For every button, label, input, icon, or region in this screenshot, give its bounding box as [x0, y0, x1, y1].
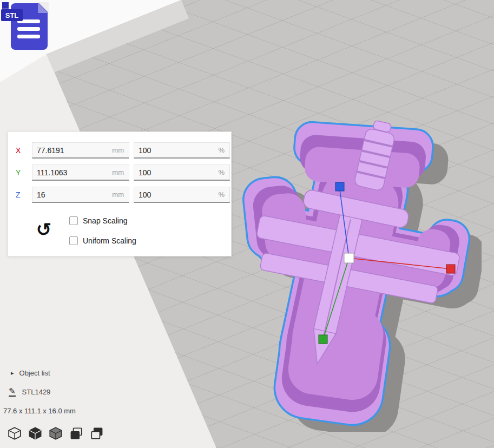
- scale-row-x: X mm %: [16, 142, 223, 159]
- object-name-label: STL1429: [22, 388, 51, 396]
- y-size-field[interactable]: mm: [32, 164, 129, 181]
- scale-row-z: Z mm %: [16, 187, 223, 203]
- x-percent-unit-label: %: [218, 146, 229, 154]
- stl-file-icon: STL: [1, 1, 51, 53]
- shaded-cube-icon[interactable]: [49, 426, 63, 440]
- y-size-input[interactable]: [32, 168, 112, 177]
- edit-icon: ✎: [9, 387, 16, 397]
- x-percent-input[interactable]: [134, 146, 218, 155]
- model-stl1429[interactable]: [233, 118, 482, 432]
- snap-scaling-checkbox[interactable]: [69, 216, 78, 225]
- file-line: [17, 27, 40, 31]
- uniform-scaling-row: Uniform Scaling: [69, 236, 136, 246]
- z-percent-field[interactable]: %: [134, 187, 230, 203]
- snap-scaling-row: Snap Scaling: [69, 216, 128, 226]
- y-percent-input[interactable]: [134, 168, 218, 177]
- copy-object-icon[interactable]: [90, 426, 104, 440]
- z-percent-unit-label: %: [218, 190, 229, 199]
- z-axis-label: Z: [16, 187, 25, 203]
- z-size-field[interactable]: mm: [32, 187, 129, 203]
- y-axis-label: Y: [16, 164, 25, 181]
- gizmo-center-handle[interactable]: [344, 253, 354, 263]
- scale-tool-panel: X mm % Y mm % Z mm % ↺: [8, 131, 232, 256]
- x-size-field[interactable]: mm: [32, 142, 129, 159]
- reset-scale-button[interactable]: ↺: [32, 218, 56, 241]
- x-size-input[interactable]: [32, 146, 112, 155]
- duplicate-object-icon[interactable]: [69, 426, 83, 440]
- file-corner-square: [2, 2, 9, 9]
- gizmo-green-handle[interactable]: [319, 335, 327, 344]
- object-list-label: Object list: [19, 369, 50, 377]
- x-axis-label: X: [16, 142, 25, 159]
- object-list-toggle[interactable]: ▸ Object list: [11, 369, 50, 377]
- x-percent-field[interactable]: %: [134, 142, 230, 159]
- z-mm-unit-label: mm: [112, 190, 129, 199]
- file-line: [17, 35, 40, 38]
- y-percent-field[interactable]: %: [134, 164, 230, 181]
- x-mm-unit-label: mm: [112, 146, 129, 154]
- gizmo-red-handle[interactable]: [446, 265, 455, 273]
- solid-cube-icon[interactable]: [28, 426, 42, 440]
- gizmo-blue-handle[interactable]: [335, 182, 344, 191]
- z-percent-input[interactable]: [134, 190, 218, 199]
- model-dimensions-label: 77.6 x 111.1 x 16.0 mm: [3, 407, 76, 415]
- y-mm-unit-label: mm: [112, 168, 129, 176]
- stl-badge-label: STL: [5, 11, 19, 19]
- uniform-scaling-label: Uniform Scaling: [83, 236, 136, 245]
- wireframe-cube-icon[interactable]: [8, 426, 22, 440]
- uniform-scaling-checkbox[interactable]: [69, 236, 78, 245]
- object-list-item[interactable]: ✎ STL1429: [9, 387, 50, 397]
- snap-scaling-label: Snap Scaling: [83, 216, 128, 225]
- scale-row-y: Y mm %: [16, 164, 223, 181]
- view-mode-toolbar: [8, 426, 104, 440]
- z-size-input[interactable]: [32, 190, 112, 199]
- y-percent-unit-label: %: [218, 168, 229, 176]
- caret-icon: ▸: [11, 370, 14, 377]
